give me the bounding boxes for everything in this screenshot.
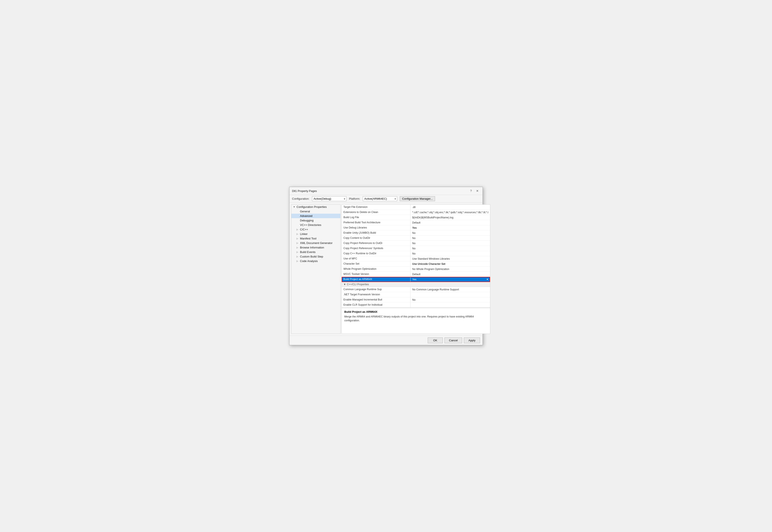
prop-row[interactable]: Character SetUse Unicode Character Set [342, 261, 490, 267]
prop-row[interactable]: Extensions to Delete on Clean*.cdf;*.cac… [342, 210, 490, 215]
title-bar-controls: ? ✕ [469, 189, 480, 193]
prop-value: No [411, 297, 490, 302]
sidebar-arrow-code-analysis: ▷ [296, 260, 299, 262]
description-panel: Build Project as ARM64X Merge the ARM64 … [342, 308, 490, 334]
prop-name: Target File Extension [342, 205, 411, 210]
config-bar: Configuration: Active(Debug) ▼ Platform:… [289, 195, 483, 203]
sidebar-label-advanced: Advanced [300, 214, 312, 218]
prop-row[interactable]: Preferred Build Tool ArchitectureDefault [342, 220, 490, 225]
sidebar-arrow-custom-build: ▷ [296, 255, 299, 258]
sidebar-label-linker: Linker [300, 232, 307, 236]
prop-row[interactable]: Build Log File$(IntDir)$(MSBuildProjectN… [342, 215, 490, 220]
prop-name: Extensions to Delete on Clean [342, 210, 411, 215]
prop-value: Default [411, 272, 490, 277]
prop-row[interactable]: Copy Project References to OutDiNo [342, 241, 490, 246]
sidebar-item-linker[interactable]: ▷Linker [291, 232, 340, 236]
props-wrapper: Target File Extension.dllExtensions to D… [342, 205, 490, 308]
sidebar-item-build-events[interactable]: ▷Build Events [291, 250, 340, 254]
configuration-select[interactable]: Active(Debug) [312, 196, 346, 201]
prop-row[interactable]: Use of MFCUse Standard Windows Libraries [342, 256, 490, 261]
prop-row[interactable]: Use Debug LibrariesYes [342, 225, 490, 230]
sidebar: ▼Configuration PropertiesGeneralAdvanced… [291, 204, 340, 334]
sidebar-item-general[interactable]: General [291, 209, 340, 214]
prop-name: Build Log File [342, 215, 411, 220]
sidebar-arrow-manifest-tool: ▷ [296, 237, 299, 240]
platform-select[interactable]: Active(ARM64EC) [363, 196, 397, 201]
sidebar-arrow-browse-info: ▷ [296, 246, 299, 249]
prop-name: Use Debug Libraries [342, 225, 411, 230]
prop-row[interactable]: Enable CLR Support for Individual [342, 302, 490, 308]
sidebar-label-build-events: Build Events [300, 250, 315, 254]
sidebar-arrow-cpp: ▷ [296, 228, 299, 231]
prop-name: Use of MFC [342, 256, 411, 261]
prop-name: Preferred Build Tool Architecture [342, 220, 411, 225]
sidebar-label-custom-build: Custom Build Step [300, 255, 323, 258]
section-title: C++/CLI Properties [347, 283, 369, 286]
config-select-wrapper: Active(Debug) ▼ [312, 196, 346, 201]
prop-value: No Whole Program Optimization [411, 267, 490, 271]
prop-row[interactable]: .NET Target Framework Version [342, 292, 490, 297]
platform-label: Platform: [349, 197, 360, 200]
prop-value: No [411, 251, 490, 256]
prop-value: No [411, 236, 490, 241]
prop-value [411, 302, 490, 307]
prop-value: Yes▼ [411, 277, 490, 282]
prop-value [411, 292, 490, 297]
sidebar-label-manifest-tool: Manifest Tool [300, 237, 316, 240]
right-panel: Target File Extension.dllExtensions to D… [341, 204, 490, 334]
sidebar-label-general: General [300, 210, 310, 213]
prop-value: No [411, 241, 490, 246]
prop-row[interactable]: Whole Program OptimizationNo Whole Progr… [342, 267, 490, 272]
title-bar: Dll1 Property Pages ? ✕ [289, 187, 483, 195]
prop-row[interactable]: Common Language Runtime SupNo Common Lan… [342, 287, 490, 292]
prop-row[interactable]: Copy Project References' SymbolsNo [342, 246, 490, 251]
config-manager-button[interactable]: Configuration Manager... [400, 196, 435, 201]
property-pages-dialog: Dll1 Property Pages ? ✕ Configuration: A… [289, 187, 483, 345]
prop-row[interactable]: Copy C++ Runtime to OutDirNo [342, 251, 490, 256]
sidebar-arrow-xml-doc: ▷ [296, 242, 299, 244]
sidebar-item-debugging[interactable]: Debugging [291, 218, 340, 223]
sidebar-item-cpp[interactable]: ▷C/C++ [291, 227, 340, 232]
sidebar-label-config-properties: Configuration Properties [296, 205, 327, 209]
prop-row[interactable]: Enable Managed Incremental BuilNo [342, 297, 490, 302]
prop-value: $(IntDir)$(MSBuildProjectName).log [411, 215, 490, 220]
prop-value: *.cdf;*.cache;*.obj;*.obj.enc;*.ilk;*.ip… [411, 210, 490, 215]
apply-button[interactable]: Apply [464, 337, 480, 343]
cancel-button[interactable]: Cancel [445, 337, 462, 343]
sidebar-item-vc-dirs[interactable]: VC++ Directories [291, 223, 340, 227]
config-label: Configuration: [292, 197, 309, 200]
prop-name: Enable Unity (JUMBO) Build [342, 230, 411, 235]
prop-row[interactable]: Target File Extension.dll [342, 205, 490, 210]
help-button[interactable]: ? [469, 189, 473, 193]
props-table: Target File Extension.dllExtensions to D… [342, 205, 490, 308]
prop-value: Use Unicode Character Set [411, 261, 490, 266]
prop-value: Default [411, 220, 490, 225]
section-header-cpp-cli[interactable]: ▼C++/CLI Properties [342, 282, 490, 287]
sidebar-item-xml-doc[interactable]: ▷XML Document Generator [291, 241, 340, 245]
prop-name: MSVC Toolset Version [342, 272, 411, 277]
sidebar-item-browse-info[interactable]: ▷Browse Information [291, 245, 340, 250]
platform-select-wrapper: Active(ARM64EC) ▼ [363, 196, 397, 201]
prop-name: Enable Managed Incremental Buil [342, 297, 411, 302]
prop-value: No [411, 246, 490, 251]
ok-button[interactable]: OK [428, 337, 443, 343]
sidebar-item-code-analysis[interactable]: ▷Code Analysis [291, 259, 340, 263]
sidebar-label-xml-doc: XML Document Generator [300, 241, 332, 245]
close-button[interactable]: ✕ [475, 189, 480, 193]
sidebar-arrow-build-events: ▷ [296, 251, 299, 253]
sidebar-item-custom-build[interactable]: ▷Custom Build Step [291, 254, 340, 259]
sidebar-item-config-properties[interactable]: ▼Configuration Properties [291, 205, 340, 209]
description-title: Build Project as ARM64X [344, 310, 488, 313]
prop-value: Yes [411, 225, 490, 230]
sidebar-item-manifest-tool[interactable]: ▷Manifest Tool [291, 236, 340, 241]
prop-name: Character Set [342, 261, 411, 266]
sidebar-item-advanced[interactable]: Advanced [291, 214, 340, 218]
prop-name: Copy Content to OutDir [342, 236, 411, 241]
prop-row[interactable]: Enable Unity (JUMBO) BuildNo [342, 230, 490, 236]
prop-row[interactable]: Build Project as ARM64XYes▼ [342, 277, 490, 282]
prop-name: .NET Target Framework Version [342, 292, 411, 297]
props-content: Target File Extension.dllExtensions to D… [342, 205, 490, 308]
prop-row[interactable]: MSVC Toolset VersionDefault [342, 272, 490, 277]
dropdown-arrow-icon[interactable]: ▼ [486, 278, 488, 281]
prop-row[interactable]: Copy Content to OutDirNo [342, 236, 490, 241]
